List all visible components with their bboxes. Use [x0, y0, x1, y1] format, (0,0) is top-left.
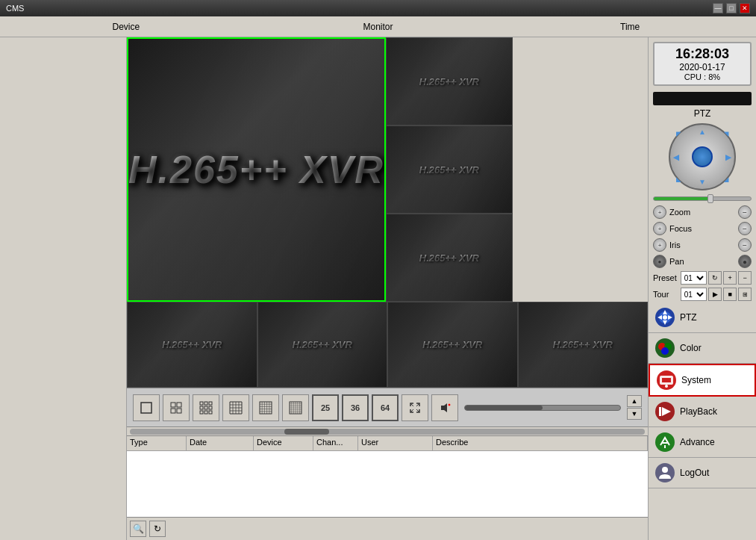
view-64-button[interactable]: 64: [372, 394, 399, 421]
ptz-dl-icon: ◣: [676, 176, 681, 183]
volume-slider[interactable]: [464, 405, 621, 411]
system-menu-icon: [656, 370, 677, 391]
view-5x5-button[interactable]: [252, 394, 279, 421]
view-25-button[interactable]: 25: [312, 394, 339, 421]
ptz-ul-icon: ◤: [676, 131, 681, 137]
side-menu-playback[interactable]: PlayBack: [649, 397, 756, 427]
scroll-down-button[interactable]: ▼: [627, 408, 642, 420]
ptz-menu-icon: [655, 307, 675, 328]
ptz-zoom-minus-button[interactable]: −: [738, 205, 752, 219]
ptz-up-icon: ▲: [699, 128, 706, 136]
svg-rect-12: [204, 411, 207, 414]
view-2x2-button[interactable]: [163, 394, 190, 421]
scroll-thumb[interactable]: [284, 429, 329, 435]
ptz-ur-icon: ◥: [724, 131, 728, 137]
side-menu-advance[interactable]: Advance: [649, 427, 756, 458]
svg-rect-6: [204, 402, 207, 405]
refresh-button[interactable]: ↻: [149, 521, 166, 537]
log-col-describe: Describe: [433, 436, 648, 450]
camera-main[interactable]: H.265++ XVR: [127, 37, 386, 302]
camera-small-2[interactable]: H.265++ XVR: [386, 125, 513, 214]
camera-bottom-2[interactable]: H.265++ XVR: [257, 302, 388, 388]
view-64-label: 64: [381, 403, 390, 412]
fullscreen-button[interactable]: [402, 394, 428, 421]
view-1x1-button[interactable]: [133, 394, 160, 421]
svg-rect-9: [204, 406, 207, 409]
window-controls: — □ ✕: [713, 3, 750, 13]
monitor-section: H.265++ XVR H.265++ XVR H.265++ XVR H.26…: [127, 37, 648, 540]
mute-button[interactable]: [431, 394, 458, 421]
svg-rect-5: [200, 402, 203, 405]
ptz-section-label: PTZ: [649, 107, 756, 120]
ptz-speed-slider[interactable]: [653, 196, 752, 201]
ptz-pan-button[interactable]: ●: [653, 255, 666, 268]
minimize-button[interactable]: —: [713, 3, 723, 13]
ptz-focus-label: Focus: [669, 224, 735, 233]
ptz-zoom-label: Zoom: [669, 208, 735, 217]
ptz-focus-minus-button[interactable]: −: [738, 222, 752, 235]
camera-bottom-1-label: H.265++ XVR: [162, 339, 222, 350]
camera-small-1[interactable]: H.265++ XVR: [386, 37, 513, 125]
side-menu-color[interactable]: Color: [649, 333, 756, 364]
svg-rect-4: [177, 409, 181, 413]
current-date: 2020-01-17: [660, 62, 744, 72]
cpu-usage: CPU : 8%: [660, 72, 744, 81]
view-3x3-button[interactable]: [193, 394, 219, 421]
view-toolbar: 25 36 64: [127, 388, 648, 426]
view-36-button[interactable]: 36: [342, 394, 369, 421]
ptz-dr-icon: ◢: [724, 176, 728, 183]
top-nav: Device Monitor Time: [0, 16, 756, 37]
view-4x4-button[interactable]: [222, 394, 249, 421]
scroll-track: [130, 429, 645, 435]
nav-time[interactable]: Time: [504, 19, 756, 35]
ptz-center-button[interactable]: [692, 146, 713, 167]
ptz-zoom-plus-button[interactable]: +: [653, 205, 666, 219]
ptz-left-icon: ◀: [673, 153, 679, 161]
ptz-iris-row: + Iris −: [653, 238, 752, 252]
tour-play-button[interactable]: ▶: [708, 288, 722, 301]
tour-stop-button[interactable]: ■: [723, 288, 737, 301]
tour-select[interactable]: 01 02: [681, 288, 707, 301]
preset-delete-button[interactable]: −: [738, 271, 752, 285]
preset-add-button[interactable]: +: [723, 271, 737, 285]
camera-bottom-4[interactable]: H.265++ XVR: [518, 302, 649, 388]
svg-rect-24: [260, 402, 272, 414]
preset-select[interactable]: 01 02: [681, 271, 707, 285]
horizontal-scrollbar[interactable]: [127, 426, 648, 435]
camera-bottom-3[interactable]: H.265++ XVR: [387, 302, 518, 388]
close-button[interactable]: ✕: [740, 3, 750, 13]
main-container: Device Monitor Time H.265++ XVR: [0, 16, 756, 540]
side-menu-ptz[interactable]: PTZ: [649, 302, 756, 333]
ptz-iris-minus-button[interactable]: −: [738, 238, 752, 252]
ptz-focus-plus-button[interactable]: +: [653, 222, 666, 235]
advance-menu-icon: [655, 432, 675, 453]
camera-small-3[interactable]: H.265++ XVR: [386, 214, 513, 302]
camera-bottom-1[interactable]: H.265++ XVR: [127, 302, 257, 388]
tour-grid-button[interactable]: ⊞: [738, 288, 752, 301]
svg-rect-1: [171, 403, 175, 407]
ptz-iris-plus-button[interactable]: +: [653, 238, 666, 252]
ptz-down-icon: ▼: [699, 178, 706, 186]
svg-point-61: [661, 347, 669, 355]
nav-monitor[interactable]: Monitor: [252, 19, 504, 35]
device-selector[interactable]: [653, 92, 752, 105]
maximize-button[interactable]: □: [726, 3, 737, 13]
preset-refresh-button[interactable]: ↻: [708, 271, 722, 285]
side-menu-color-label: Color: [680, 343, 702, 353]
ptz-wheel[interactable]: ▲ ▼ ◀ ▶ ◤ ◥ ◣ ◢: [669, 123, 736, 190]
nav-device[interactable]: Device: [0, 19, 252, 35]
log-col-type: Type: [127, 436, 187, 450]
log-col-date: Date: [187, 436, 254, 450]
content-area: H.265++ XVR H.265++ XVR H.265++ XVR H.26…: [0, 37, 756, 540]
ptz-pan-dot-button[interactable]: ●: [738, 255, 752, 268]
ptz-focus-row: + Focus −: [653, 222, 752, 235]
side-menu-logout[interactable]: LogOut: [649, 458, 756, 488]
side-menu-system[interactable]: System: [649, 364, 756, 397]
view-6x6-button[interactable]: [282, 394, 309, 421]
svg-marker-48: [441, 403, 447, 412]
search-button[interactable]: 🔍: [130, 521, 146, 537]
scroll-up-button[interactable]: ▲: [627, 395, 642, 407]
time-display: 16:28:03 2020-01-17 CPU : 8%: [653, 42, 752, 86]
ptz-control[interactable]: ▲ ▼ ◀ ▶ ◤ ◥ ◣ ◢: [669, 123, 736, 190]
camera-bottom-3-label: H.265++ XVR: [422, 339, 482, 350]
